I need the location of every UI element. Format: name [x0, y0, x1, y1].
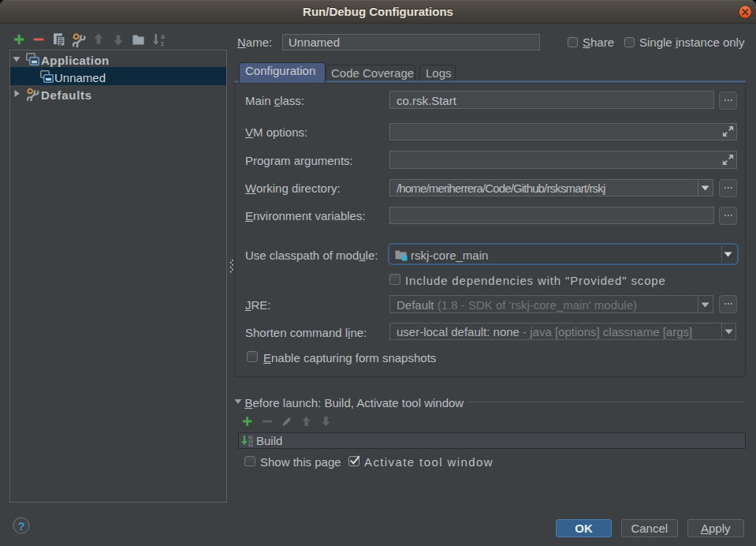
svg-text:z: z — [161, 39, 164, 47]
svg-text:01: 01 — [248, 443, 253, 447]
svg-text:?: ? — [17, 519, 24, 533]
